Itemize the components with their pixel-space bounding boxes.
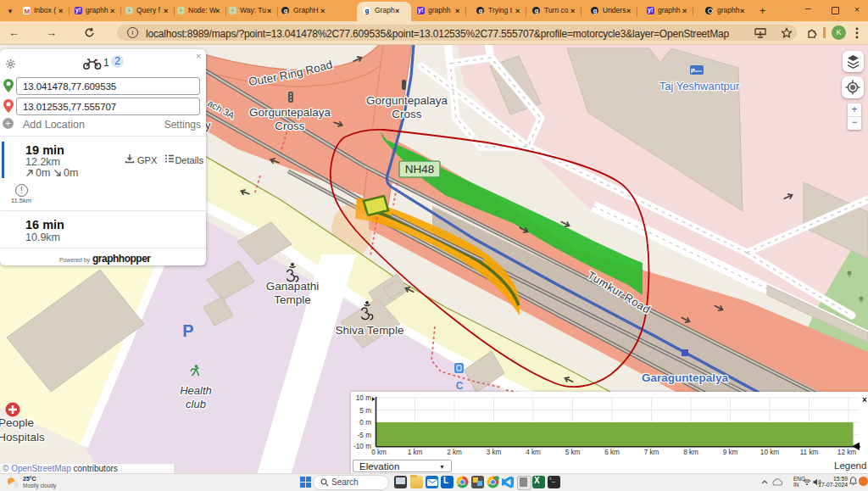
svg-text:5 m: 5 m — [359, 407, 371, 415]
svg-text:9 km: 9 km — [723, 449, 738, 456]
svg-text:-10 m: -10 m — [353, 443, 371, 450]
svg-text:5 km: 5 km — [565, 449, 581, 456]
svg-text:C: C — [456, 380, 464, 392]
svg-text:-5 m: -5 m — [358, 432, 372, 439]
svg-text:Health: Health — [180, 384, 212, 397]
svg-text:10 m: 10 m — [356, 394, 371, 402]
svg-text:P: P — [182, 321, 193, 340]
svg-text:y: y — [205, 119, 211, 131]
svg-text:Gorguntepalaya: Gorguntepalaya — [249, 106, 331, 119]
svg-text:Gorguntepalaya: Gorguntepalaya — [366, 94, 448, 107]
svg-text:Shiva Temple: Shiva Temple — [336, 324, 404, 337]
svg-text:0 m: 0 m — [359, 419, 371, 427]
svg-text:People: People — [0, 416, 34, 429]
svg-text:Garaguntepalya: Garaguntepalya — [642, 371, 729, 384]
svg-text:3 km: 3 km — [487, 449, 502, 456]
svg-text:Cross: Cross — [392, 108, 422, 120]
svg-text:6 km: 6 km — [604, 449, 620, 456]
svg-text:Hospitals: Hospitals — [0, 431, 45, 444]
svg-text:11 km: 11 km — [800, 449, 819, 456]
svg-text:×: × — [862, 395, 867, 405]
svg-text:NH48: NH48 — [405, 163, 435, 176]
svg-text:Taj Yeshwantpur: Taj Yeshwantpur — [659, 80, 740, 92]
svg-text:Ganapathi: Ganapathi — [266, 280, 319, 293]
svg-text:Cross: Cross — [275, 120, 305, 132]
svg-text:7 km: 7 km — [644, 449, 659, 456]
svg-text:8 km: 8 km — [683, 449, 698, 456]
svg-text:2 km: 2 km — [447, 449, 462, 456]
svg-text:Temple: Temple — [274, 293, 311, 306]
svg-text:10 km: 10 km — [760, 449, 779, 456]
svg-text:12 km: 12 km — [837, 449, 856, 456]
svg-text:0 km: 0 km — [371, 449, 387, 456]
svg-text:1 km: 1 km — [408, 449, 423, 456]
svg-text:4 km: 4 km — [526, 449, 541, 456]
svg-text:club: club — [186, 398, 206, 410]
